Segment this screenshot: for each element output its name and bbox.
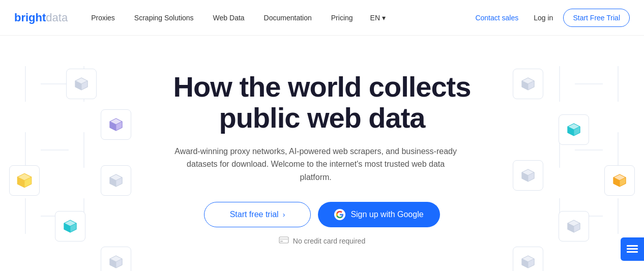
svg-rect-68 xyxy=(280,241,283,242)
cube-cyan-right xyxy=(559,114,589,145)
svg-rect-69 xyxy=(627,245,638,247)
chevron-icon: › xyxy=(283,210,285,219)
logo-data: data xyxy=(46,11,68,24)
cube-orange-right xyxy=(604,165,635,196)
cube-gray-l2 xyxy=(101,165,131,196)
cube-purple-left xyxy=(101,109,131,140)
no-credit-card: No credit card required xyxy=(173,236,471,246)
nav-start-free-trial-button[interactable]: Start Free Trial xyxy=(563,9,630,27)
cube-gray-r1 xyxy=(513,69,543,99)
google-icon xyxy=(334,209,345,220)
cube-gray-r2 xyxy=(513,160,543,191)
cube-gray-l1 xyxy=(66,69,97,99)
svg-rect-71 xyxy=(627,251,638,253)
cube-gray-r3 xyxy=(559,211,589,242)
logo-bright: bright xyxy=(14,11,46,24)
nav-language[interactable]: EN ▾ xyxy=(365,10,391,26)
hero-title: How the world collects public web data xyxy=(173,71,471,134)
nav-contact-sales[interactable]: Contact sales xyxy=(470,10,523,26)
svg-rect-66 xyxy=(279,237,288,243)
svg-rect-67 xyxy=(279,238,288,240)
hero-section: How the world collects public web data A… xyxy=(0,36,644,271)
nav-login[interactable]: Log in xyxy=(529,10,558,26)
cube-gray-l3 xyxy=(101,247,131,271)
cube-gray-r4 xyxy=(513,247,543,271)
cube-yellow-left xyxy=(9,165,40,196)
nav-scraping-solutions[interactable]: Scraping Solutions xyxy=(127,10,201,26)
blue-badge xyxy=(621,237,644,261)
credit-card-icon xyxy=(279,236,289,246)
start-free-trial-button[interactable]: Start free trial › xyxy=(204,202,311,227)
nav-right: Contact sales Log in Start Free Trial xyxy=(470,9,630,27)
logo[interactable]: bright data xyxy=(14,11,68,24)
svg-rect-70 xyxy=(627,248,638,250)
sign-up-google-button[interactable]: Sign up with Google xyxy=(318,202,440,227)
navbar: bright data Proxies Scraping Solutions W… xyxy=(0,0,644,36)
nav-links: Proxies Scraping Solutions Web Data Docu… xyxy=(84,10,470,26)
nav-proxies[interactable]: Proxies xyxy=(84,10,122,26)
hero-content: How the world collects public web data A… xyxy=(173,71,471,246)
nav-web-data[interactable]: Web Data xyxy=(206,10,252,26)
hero-subtitle: Award-winning proxy networks, AI-powered… xyxy=(173,145,458,184)
nav-pricing[interactable]: Pricing xyxy=(324,10,360,26)
nav-documentation[interactable]: Documentation xyxy=(257,10,319,26)
cube-cyan-left xyxy=(55,211,85,242)
hero-buttons: Start free trial › Sign up with Google xyxy=(173,202,471,227)
